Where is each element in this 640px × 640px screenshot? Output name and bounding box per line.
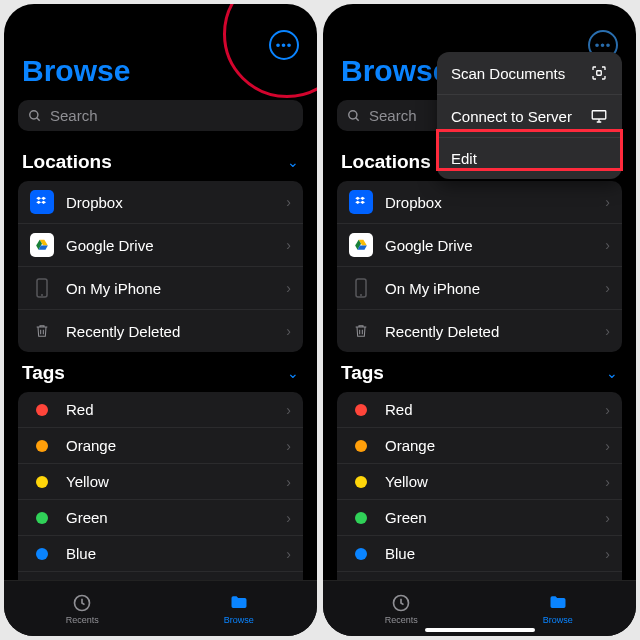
trash-icon xyxy=(349,319,373,343)
tab-browse[interactable]: Browse xyxy=(161,581,318,636)
trash-icon xyxy=(30,319,54,343)
location-deleted[interactable]: Recently Deleted › xyxy=(337,310,622,352)
tab-label: Browse xyxy=(543,615,573,625)
location-dropbox[interactable]: Dropbox › xyxy=(18,181,303,224)
tag-label: Blue xyxy=(66,545,96,562)
ellipsis-icon: ••• xyxy=(276,38,293,53)
server-icon xyxy=(590,107,608,125)
chevron-right-icon: › xyxy=(286,323,291,339)
tab-label: Browse xyxy=(224,615,254,625)
location-gdrive[interactable]: Google Drive › xyxy=(337,224,622,267)
tag-blue[interactable]: Blue› xyxy=(18,536,303,572)
tag-label: Yellow xyxy=(66,473,109,490)
search-icon xyxy=(28,109,42,123)
chevron-down-icon: ⌄ xyxy=(287,154,299,170)
menu-scan-documents[interactable]: Scan Documents xyxy=(437,52,622,95)
tag-dot-icon xyxy=(355,548,367,560)
tag-green[interactable]: Green› xyxy=(337,500,622,536)
location-gdrive[interactable]: Google Drive › xyxy=(18,224,303,267)
tag-label: Blue xyxy=(385,545,415,562)
chevron-right-icon: › xyxy=(605,474,610,490)
clock-icon xyxy=(391,593,411,613)
header: ••• Browse xyxy=(4,4,317,94)
tags-header[interactable]: Tags ⌄ xyxy=(337,352,622,392)
tag-dot-icon xyxy=(36,476,48,488)
chevron-right-icon: › xyxy=(605,237,610,253)
tag-label: Red xyxy=(66,401,94,418)
tab-recents[interactable]: Recents xyxy=(4,581,161,636)
tags-list: Red› Orange› Yellow› Green› Blue› Purple… xyxy=(337,392,622,580)
locations-list: Dropbox › Google Drive › On My iPhone › xyxy=(18,181,303,352)
tag-dot-icon xyxy=(36,512,48,524)
tag-label: Green xyxy=(66,509,108,526)
location-label: Dropbox xyxy=(385,194,442,211)
svg-line-1 xyxy=(37,117,40,120)
tag-dot-icon xyxy=(355,440,367,452)
menu-connect-server[interactable]: Connect to Server xyxy=(437,95,622,138)
chevron-right-icon: › xyxy=(286,194,291,210)
more-menu: Scan Documents Connect to Server Edit xyxy=(437,52,622,179)
iphone-icon xyxy=(349,276,373,300)
location-iphone[interactable]: On My iPhone › xyxy=(337,267,622,310)
menu-edit[interactable]: Edit xyxy=(437,138,622,179)
tags-title: Tags xyxy=(341,362,384,384)
tags-title: Tags xyxy=(22,362,65,384)
tag-dot-icon xyxy=(355,476,367,488)
tag-orange[interactable]: Orange› xyxy=(337,428,622,464)
tag-label: Orange xyxy=(385,437,435,454)
tag-blue[interactable]: Blue› xyxy=(337,536,622,572)
chevron-right-icon: › xyxy=(605,280,610,296)
location-label: Recently Deleted xyxy=(66,323,180,340)
content: Locations ⌄ Dropbox › Google Drive › xyxy=(323,141,636,580)
tag-red[interactable]: Red› xyxy=(337,392,622,428)
tag-orange[interactable]: Orange› xyxy=(18,428,303,464)
gdrive-icon xyxy=(349,233,373,257)
location-label: On My iPhone xyxy=(385,280,480,297)
menu-label: Connect to Server xyxy=(451,108,572,125)
locations-list: Dropbox › Google Drive › On My iPhone › xyxy=(337,181,622,352)
tab-label: Recents xyxy=(385,615,418,625)
tag-yellow[interactable]: Yellow› xyxy=(18,464,303,500)
search-icon xyxy=(347,109,361,123)
left-phone: ••• Browse Search Locations ⌄ Dropbox › xyxy=(4,4,317,636)
locations-header[interactable]: Locations ⌄ xyxy=(18,141,303,181)
tag-label: Orange xyxy=(66,437,116,454)
tag-green[interactable]: Green› xyxy=(18,500,303,536)
page-title: Browse xyxy=(22,54,299,88)
location-label: Google Drive xyxy=(385,237,473,254)
chevron-down-icon: ⌄ xyxy=(606,365,618,381)
location-label: Recently Deleted xyxy=(385,323,499,340)
tag-label: Red xyxy=(385,401,413,418)
search-placeholder: Search xyxy=(369,107,417,124)
dropbox-icon xyxy=(30,190,54,214)
chevron-right-icon: › xyxy=(605,546,610,562)
search-input[interactable]: Search xyxy=(18,100,303,131)
location-iphone[interactable]: On My iPhone › xyxy=(18,267,303,310)
home-indicator xyxy=(425,628,535,632)
folder-icon xyxy=(547,593,569,613)
clock-icon xyxy=(72,593,92,613)
tag-red[interactable]: Red› xyxy=(18,392,303,428)
more-button[interactable]: ••• xyxy=(269,30,299,60)
dropbox-icon xyxy=(349,190,373,214)
svg-point-0 xyxy=(30,110,38,118)
chevron-right-icon: › xyxy=(605,402,610,418)
chevron-right-icon: › xyxy=(286,280,291,296)
svg-rect-5 xyxy=(597,71,602,76)
tag-purple[interactable]: Purple› xyxy=(18,572,303,580)
chevron-right-icon: › xyxy=(286,237,291,253)
locations-title: Locations xyxy=(22,151,112,173)
tag-yellow[interactable]: Yellow› xyxy=(337,464,622,500)
location-dropbox[interactable]: Dropbox › xyxy=(337,181,622,224)
tag-dot-icon xyxy=(36,440,48,452)
search-placeholder: Search xyxy=(50,107,98,124)
chevron-right-icon: › xyxy=(286,402,291,418)
location-deleted[interactable]: Recently Deleted › xyxy=(18,310,303,352)
content: Locations ⌄ Dropbox › Google Drive › xyxy=(4,141,317,580)
chevron-right-icon: › xyxy=(605,510,610,526)
svg-point-7 xyxy=(349,110,357,118)
tag-purple[interactable]: Purple› xyxy=(337,572,622,580)
tags-header[interactable]: Tags ⌄ xyxy=(18,352,303,392)
scan-icon xyxy=(590,64,608,82)
tags-list: Red› Orange› Yellow› Green› Blue› Purple… xyxy=(18,392,303,580)
